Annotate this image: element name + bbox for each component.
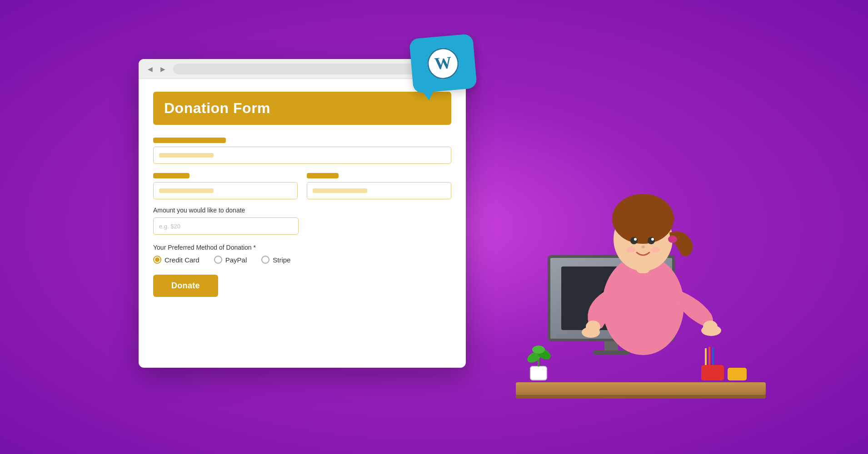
input-field-3[interactable] [307,182,451,199]
col-group-left [153,173,298,199]
stripe-label: Stripe [273,256,290,264]
back-arrow[interactable]: ◀ [146,65,154,73]
input-placeholder-3 [313,188,367,193]
field-label-3 [307,173,339,178]
input-field-2[interactable] [153,182,298,199]
wordpress-logo: W [425,46,461,81]
col-group-right [307,173,451,199]
form-title-bar: Donation Form [153,92,451,125]
svg-point-19 [648,237,655,244]
svg-text:W: W [434,53,452,73]
svg-point-23 [626,247,635,252]
input-placeholder-2 [159,188,214,193]
radio-circle-stripe[interactable] [261,256,269,264]
amount-placeholder: e.g. $20 [159,223,180,230]
radio-paypal[interactable]: PayPal [214,256,247,264]
two-col-section [153,173,451,199]
donate-button[interactable]: Donate [153,275,218,297]
field-label-2 [153,173,190,178]
radio-stripe[interactable]: Stripe [261,256,290,264]
amount-label: Amount you would like to donate [153,207,451,214]
input-field-1[interactable] [153,147,451,164]
radio-circle-credit-card[interactable] [153,256,161,264]
wordpress-bubble-bg: W [409,34,477,94]
amount-input[interactable]: e.g. $20 [153,217,299,235]
girl-illustration [548,123,738,387]
svg-point-7 [532,345,545,354]
svg-point-18 [630,237,638,244]
svg-point-24 [651,247,660,252]
svg-point-21 [651,238,654,241]
svg-point-16 [612,194,674,244]
svg-point-22 [641,246,645,248]
radio-circle-paypal[interactable] [214,256,222,264]
browser-content: Donation Form [139,79,466,310]
browser-window: ◀ ▶ Donation Form [139,59,466,368]
payment-method-label: Your Preferred Method of Donation * [153,244,451,251]
svg-point-17 [668,236,677,243]
field-label-1 [153,138,226,143]
credit-card-label: Credit Card [165,256,200,264]
radio-credit-card[interactable]: Credit Card [153,256,200,264]
svg-point-27 [582,327,600,338]
input-placeholder-1 [159,153,214,158]
svg-point-28 [701,325,721,336]
payment-options: Credit Card PayPal Stripe [153,256,451,264]
svg-rect-3 [530,366,547,380]
wordpress-bubble: W [411,36,479,95]
payment-section: Your Preferred Method of Donation * Cred… [153,244,451,264]
forward-arrow[interactable]: ▶ [159,65,167,73]
svg-point-20 [634,238,637,241]
amount-section: Amount you would like to donate e.g. $20 [153,207,451,235]
paypal-label: PayPal [225,256,247,264]
form-title: Donation Form [164,100,270,116]
scene: ◀ ▶ Donation Form [139,32,729,422]
